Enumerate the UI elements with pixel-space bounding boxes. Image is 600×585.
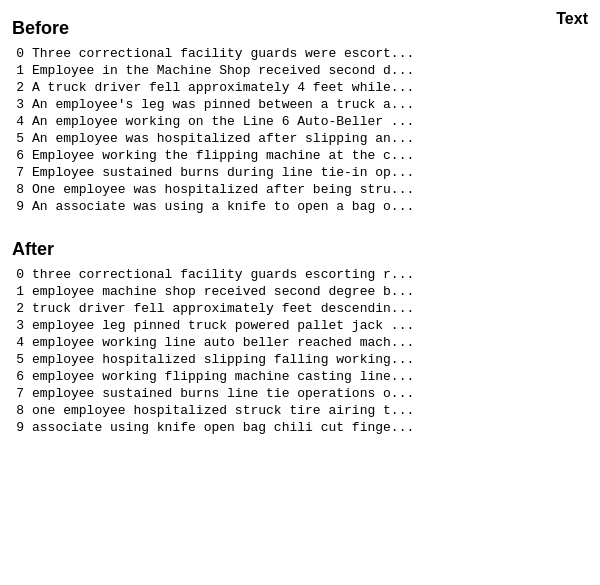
before-table-row: 4An employee working on the Line 6 Auto-… (12, 113, 588, 130)
row-content: associate using knife open bag chili cut… (32, 419, 588, 436)
row-index: 1 (12, 283, 32, 300)
row-index: 8 (12, 181, 32, 198)
row-index: 6 (12, 147, 32, 164)
row-content: employee machine shop received second de… (32, 283, 588, 300)
after-table-row: 8one employee hospitalized struck tire a… (12, 402, 588, 419)
row-content: one employee hospitalized struck tire ai… (32, 402, 588, 419)
after-table-row: 6employee working flipping machine casti… (12, 368, 588, 385)
after-table-row: 0three correctional facility guards esco… (12, 266, 588, 283)
row-content: An employee's leg was pinned between a t… (32, 96, 588, 113)
row-index: 2 (12, 79, 32, 96)
row-index: 5 (12, 351, 32, 368)
row-index: 8 (12, 402, 32, 419)
row-index: 9 (12, 198, 32, 215)
row-index: 4 (12, 334, 32, 351)
row-index: 3 (12, 96, 32, 113)
row-content: An associate was using a knife to open a… (32, 198, 588, 215)
after-table-row: 4employee working line auto beller reach… (12, 334, 588, 351)
after-table-row: 1employee machine shop received second d… (12, 283, 588, 300)
row-content: employee working line auto beller reache… (32, 334, 588, 351)
before-table-row: 7Employee sustained burns during line ti… (12, 164, 588, 181)
before-table-row: 1Employee in the Machine Shop received s… (12, 62, 588, 79)
row-content: Employee sustained burns during line tie… (32, 164, 588, 181)
before-table-row: 0Three correctional facility guards were… (12, 45, 588, 62)
after-table-row: 9associate using knife open bag chili cu… (12, 419, 588, 436)
row-index: 0 (12, 266, 32, 283)
row-content: Employee in the Machine Shop received se… (32, 62, 588, 79)
before-table-row: 3An employee's leg was pinned between a … (12, 96, 588, 113)
row-content: employee working flipping machine castin… (32, 368, 588, 385)
after-section-header: After (12, 239, 54, 260)
after-table-row: 5employee hospitalized slipping falling … (12, 351, 588, 368)
before-table-row: 5An employee was hospitalized after slip… (12, 130, 588, 147)
row-index: 7 (12, 385, 32, 402)
after-table-row: 3employee leg pinned truck powered palle… (12, 317, 588, 334)
row-content: employee leg pinned truck powered pallet… (32, 317, 588, 334)
before-table: 0Three correctional facility guards were… (12, 45, 588, 215)
row-content: employee hospitalized slipping falling w… (32, 351, 588, 368)
row-content: A truck driver fell approximately 4 feet… (32, 79, 588, 96)
before-table-row: 9An associate was using a knife to open … (12, 198, 588, 215)
row-index: 2 (12, 300, 32, 317)
row-index: 0 (12, 45, 32, 62)
after-table-row: 7employee sustained burns line tie opera… (12, 385, 588, 402)
text-column-label: Text (556, 10, 588, 28)
row-content: three correctional facility guards escor… (32, 266, 588, 283)
before-table-row: 6Employee working the flipping machine a… (12, 147, 588, 164)
row-content: An employee was hospitalized after slipp… (32, 130, 588, 147)
row-index: 4 (12, 113, 32, 130)
row-index: 9 (12, 419, 32, 436)
before-section-header: Before (12, 18, 69, 39)
before-table-row: 8One employee was hospitalized after bei… (12, 181, 588, 198)
before-table-row: 2A truck driver fell approximately 4 fee… (12, 79, 588, 96)
row-content: employee sustained burns line tie operat… (32, 385, 588, 402)
row-index: 6 (12, 368, 32, 385)
row-content: Employee working the flipping machine at… (32, 147, 588, 164)
row-index: 1 (12, 62, 32, 79)
row-index: 7 (12, 164, 32, 181)
after-table: 0three correctional facility guards esco… (12, 266, 588, 436)
row-index: 5 (12, 130, 32, 147)
row-content: One employee was hospitalized after bein… (32, 181, 588, 198)
after-table-row: 2truck driver fell approximately feet de… (12, 300, 588, 317)
row-content: Three correctional facility guards were … (32, 45, 588, 62)
row-content: truck driver fell approximately feet des… (32, 300, 588, 317)
row-index: 3 (12, 317, 32, 334)
row-content: An employee working on the Line 6 Auto-B… (32, 113, 588, 130)
